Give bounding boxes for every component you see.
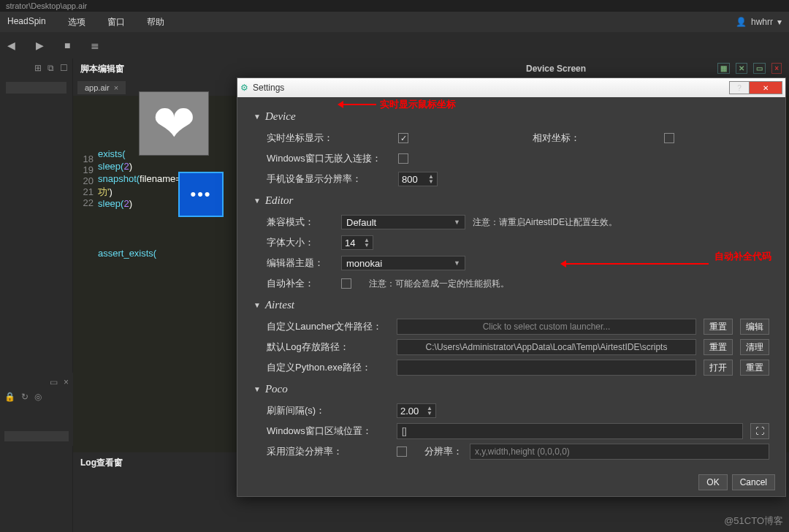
sidebar-item[interactable] [6, 82, 66, 94]
list-button[interactable]: ≣ [91, 39, 99, 51]
menu-help[interactable]: 帮助 [147, 16, 164, 28]
dev-close-icon[interactable]: × [771, 63, 782, 74]
label-compat: 兼容模式： [267, 216, 334, 229]
checkbox-render[interactable] [397, 446, 407, 457]
chevron-down-icon: ▾ [777, 17, 782, 27]
device-panel-title: Device Screen [526, 64, 586, 74]
menubar: HeadSpin 选项 窗口 帮助 👤 hwhrr ▾ [0, 12, 789, 32]
sidebar-tool-3[interactable]: ☐ [60, 63, 68, 73]
select-theme[interactable]: monokai▼ [341, 256, 465, 270]
label-refresh: 刷新间隔(s)： [267, 404, 389, 417]
label-font: 字体大小： [267, 236, 334, 249]
section-title-device: Device [265, 110, 296, 123]
user-icon: 👤 [736, 17, 747, 27]
section-title-poco: Poco [265, 383, 288, 395]
spinbox-font[interactable]: 14▲▼ [341, 235, 373, 250]
select-compat[interactable]: Default▼ [341, 215, 465, 229]
collapse-icon: ▼ [254, 197, 261, 205]
btn-py-open[interactable]: 打开 [704, 360, 733, 376]
label-pyexe: 自定义Python.exe路径： [267, 361, 389, 374]
btn-log-reset[interactable]: 重置 [704, 339, 733, 355]
label-realtime-coord: 实时坐标显示： [267, 132, 391, 145]
ok-button[interactable]: OK [698, 474, 727, 490]
collapse-icon: ▼ [254, 301, 261, 309]
bl-restore-icon[interactable]: ▭ [50, 377, 58, 387]
note-compat: 注意：请重启AirtestIDE让配置生效。 [473, 216, 617, 229]
watermark: @51CTO博客 [724, 514, 783, 528]
section-airtest[interactable]: ▼ Airtest [254, 299, 769, 311]
log-panel-title: Log查看窗 [80, 457, 123, 469]
label-winarea: Windows窗口区域位置： [267, 425, 389, 438]
checkbox-win-noembed[interactable] [398, 153, 408, 164]
spinbox-refresh[interactable]: 2.00▲▼ [397, 403, 436, 418]
field-launcher[interactable]: Click to select custom launcher... [397, 319, 696, 335]
left-sidebar: ⊞ ⧉ ☐ [0, 58, 73, 532]
tab-label: app.air [85, 83, 110, 92]
main-toolbar: ◀ ▶ ■ ≣ [0, 32, 789, 58]
label-relative-coord: 相对坐标： [533, 132, 580, 145]
refresh-icon[interactable]: ↻ [21, 392, 28, 402]
stop-button[interactable]: ■ [64, 39, 70, 51]
btn-launcher-edit[interactable]: 编辑 [740, 319, 769, 335]
play-button[interactable]: ▶ [36, 39, 44, 51]
settings-dialog: ⚙ Settings ? ✕ ▼ Device 实时坐标显示： 相对坐标： Wi… [237, 77, 786, 497]
collapse-icon: ▼ [254, 113, 261, 121]
btn-log-clean[interactable]: 清理 [740, 339, 769, 355]
btn-winarea-expand[interactable]: ⛶ [750, 423, 769, 439]
dialog-titlebar[interactable]: ⚙ Settings ? ✕ [237, 78, 785, 97]
menu-options[interactable]: 选项 [68, 16, 85, 28]
back-button[interactable]: ◀ [7, 39, 15, 51]
device-panel: Device Screen ▦ ✕ ▭ × [519, 58, 789, 78]
checkbox-realtime-coord[interactable] [398, 133, 408, 143]
section-editor[interactable]: ▼ Editor [254, 194, 769, 207]
checkbox-relative-coord[interactable] [664, 133, 674, 143]
field-winarea[interactable]: [] [397, 423, 743, 439]
menu-window[interactable]: 窗口 [107, 16, 125, 28]
label-theme: 编辑器主题： [267, 256, 334, 270]
cancel-button[interactable]: Cancel [732, 474, 775, 490]
label-resolution: 分辨率： [424, 445, 462, 458]
bl-item[interactable] [4, 431, 69, 441]
dialog-help-button[interactable]: ? [729, 81, 750, 94]
editor-tab[interactable]: app.air × [77, 81, 126, 94]
dev-tool-3[interactable]: ▭ [753, 63, 766, 74]
template-image-dots[interactable] [178, 172, 224, 217]
field-pyexe[interactable] [397, 360, 696, 376]
label-logpath: 默认Log存放路径： [267, 341, 389, 354]
collapse-icon: ▼ [254, 385, 261, 393]
btn-launcher-reset[interactable]: 重置 [704, 319, 733, 335]
lock-icon[interactable]: 🔒 [4, 392, 15, 402]
label-render: 采用渲染分辨率： [267, 445, 389, 458]
user-badge[interactable]: 👤 hwhrr ▾ [736, 17, 782, 27]
label-win-noembed: Windows窗口无嵌入连接： [267, 152, 391, 165]
bl-close-icon[interactable]: × [64, 377, 69, 387]
btn-py-reset[interactable]: 重置 [740, 360, 769, 376]
spinbox-phone-res[interactable]: 800▲▼ [398, 172, 438, 186]
label-phone-res: 手机设备显示分辨率： [267, 172, 391, 186]
field-logpath[interactable]: C:\Users\Administrator\AppData\Local\Tem… [397, 339, 696, 355]
checkbox-autocomplete[interactable] [341, 278, 351, 289]
menu-headspin[interactable]: HeadSpin [7, 16, 46, 28]
section-title-editor: Editor [265, 194, 293, 207]
bottom-left-panel: ▭ × 🔒 ↻ ◎ [0, 373, 73, 446]
template-image-heart[interactable] [139, 91, 209, 156]
line-gutter: 18 19 20 21 22 [73, 99, 98, 449]
dialog-title: Settings [253, 83, 284, 93]
sidebar-tool-2[interactable]: ⧉ [47, 63, 54, 73]
window-title: strator\Desktop\app.air [0, 0, 789, 12]
label-launcher: 自定义Launcher文件路径： [267, 320, 389, 333]
dialog-close-button[interactable]: ✕ [749, 81, 782, 94]
gear-icon: ⚙ [240, 83, 248, 93]
sidebar-tool-1[interactable]: ⊞ [34, 63, 42, 73]
dev-tool-1[interactable]: ▦ [717, 63, 730, 74]
target-icon[interactable]: ◎ [34, 392, 42, 402]
script-panel-title: 脚本编辑窗 [80, 63, 124, 75]
user-name: hwhrr [751, 17, 773, 27]
dev-tool-2[interactable]: ✕ [736, 63, 747, 74]
section-title-airtest: Airtest [265, 299, 294, 311]
tab-close-icon[interactable]: × [114, 83, 118, 92]
section-poco[interactable]: ▼ Poco [254, 383, 769, 395]
label-autocomplete: 自动补全： [267, 277, 334, 290]
field-resolution[interactable]: x,y,width,height (0,0,0,0) [470, 444, 769, 460]
section-device[interactable]: ▼ Device [254, 110, 769, 123]
